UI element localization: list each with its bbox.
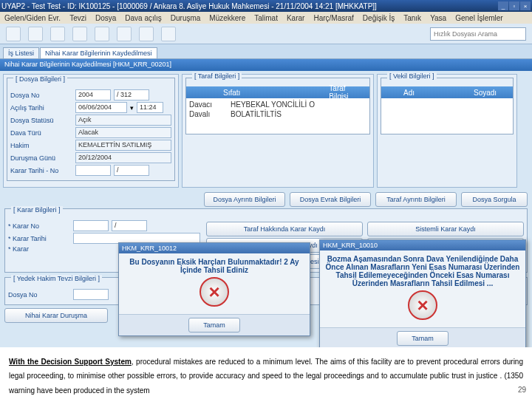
val-acilis[interactable]: 06/06/2004 <box>75 102 127 113</box>
val-turu: Alacak <box>75 127 171 138</box>
menu-item[interactable]: Genel İşlemler <box>455 14 502 22</box>
lbl-htdosya: Dosya No <box>8 291 70 299</box>
col-soyadi: Soyadı <box>474 89 497 97</box>
lbl-durusma: Duruşma Günü <box>10 154 72 162</box>
lbl-turu: Dava Türü <box>10 129 72 137</box>
panel-taraf: [ Taraf Bilgileri ] Sıfatı Taraf Bilgisi… <box>182 74 374 188</box>
menu-item[interactable]: Talimat <box>254 14 278 22</box>
menu-item[interactable]: Harç/Masraf <box>313 14 353 22</box>
val-dosyano1[interactable]: 2004 <box>75 89 111 100</box>
close-icon[interactable]: × <box>520 1 531 10</box>
legend-vekil: [ Vekil Bilgileri ] <box>387 72 437 80</box>
menu-item[interactable]: Dava açılış <box>125 14 161 22</box>
caption-lead: With the Decision Support System <box>9 358 132 366</box>
val-kararno2[interactable]: / <box>112 220 147 231</box>
lbl-acilis: Açılış Tarihi <box>10 104 72 112</box>
legend-taraf: [ Taraf Bilgileri ] <box>192 72 242 80</box>
menu-item[interactable]: Tevzi <box>69 14 86 22</box>
val-karar-a[interactable] <box>75 165 111 176</box>
btn-nihaikd[interactable]: Nihai Karar Duruşma <box>4 308 108 323</box>
taraf-row[interactable]: DavacıHEYBEKAL YONCİLİLİ O <box>188 100 368 109</box>
page-number: 29 <box>518 385 526 395</box>
toolbar-button[interactable] <box>117 27 132 41</box>
tab-islistesi[interactable]: İş Listesi <box>3 47 39 58</box>
val-status: Açık <box>75 115 171 126</box>
window-buttons: _ ▫ × <box>498 1 531 10</box>
modal-warning-1: HKM_KRR_10012 Bu Dosyanın Eksik Harçları… <box>118 242 310 336</box>
btn-evrak[interactable]: Dosya Evrak Bilgileri <box>290 192 371 207</box>
val-kararno1[interactable] <box>73 220 109 231</box>
menu-item[interactable]: Duruşma <box>171 14 201 22</box>
form-header: Nihai Karar Bilgilerinin Kaydedilmesi [H… <box>0 59 532 71</box>
toolbar-button[interactable] <box>28 27 43 41</box>
tab-bar: İş Listesi Nihai Karar Bilgilerinin Kayd… <box>0 44 532 59</box>
menu-item[interactable]: Müzekkere <box>209 14 245 22</box>
toolbar-button[interactable] <box>6 27 21 41</box>
val-htdosya[interactable] <box>73 289 109 300</box>
modal2-ok-button[interactable]: Tamam <box>397 331 449 346</box>
lbl-karartarih: * Karar Tarihi <box>8 235 70 242</box>
toolbar <box>0 24 532 44</box>
val-dosyano2[interactable]: / 312 <box>114 89 149 100</box>
toolbar-button[interactable] <box>95 27 109 41</box>
menu-item[interactable]: Değişik İş <box>363 14 395 22</box>
menu-item[interactable]: Gelen/Giden Evr. <box>4 14 61 22</box>
menu-item[interactable]: Yasa <box>430 14 446 22</box>
panel-vekil: [ Vekil Bilgileri ] Adı Soyadı <box>377 74 517 188</box>
toolbar-button[interactable] <box>139 27 154 41</box>
window-title: UYAP2 - Test Test - ID: IK100125 - [1000… <box>1 2 377 10</box>
group-vekil: [ Vekil Bilgileri ] Adı Soyadı <box>381 78 514 134</box>
btn-ayrinti[interactable]: Dosya Ayrıntı Bilgileri <box>204 192 285 207</box>
panel-dosya: [ Dosya Bilgileri ] Dosya No2004/ 312 Aç… <box>3 74 179 188</box>
btn-tarafayrinti[interactable]: Taraf Ayrıntı Bilgileri <box>375 192 457 207</box>
group-taraf: [ Taraf Bilgileri ] Sıfatı Taraf Bilgisi… <box>185 78 370 134</box>
lbl-hakim: Hakim <box>10 142 72 149</box>
modal1-ok-button[interactable]: Tamam <box>188 318 240 332</box>
group-dosya: [ Dosya Bilgileri ] Dosya No2004/ 312 Aç… <box>7 78 175 181</box>
middle-buttons: Dosya Ayrıntı Bilgileri Dosya Evrak Bilg… <box>0 192 532 207</box>
modal1-title: HKM_KRR_10012 <box>119 243 310 253</box>
maximize-icon[interactable]: ▫ <box>509 1 519 10</box>
legend-karar: [ Karar Bilgileri ] <box>11 206 63 214</box>
slide-caption: With the Decision Support System, proced… <box>0 347 532 400</box>
val-acilis-saat[interactable]: 11:24 <box>137 102 163 113</box>
error-icon: × <box>408 290 437 320</box>
col-adi: Adı <box>403 89 415 97</box>
menubar: Gelen/Giden Evr. Tevzi Dosya Dava açılış… <box>0 12 532 24</box>
taraf-body[interactable]: DavacıHEYBEKAL YONCİLİLİ O DavalıBOLATİL… <box>186 98 369 134</box>
vekil-body[interactable] <box>381 98 513 134</box>
lbl-dosyano: Dosya No <box>10 92 72 99</box>
val-durusma: 20/12/2004 <box>75 152 171 163</box>
btn-sorgula[interactable]: Dosya Sorgula <box>461 192 528 207</box>
search-input[interactable] <box>430 27 526 41</box>
menu-item[interactable]: Dosya <box>95 14 116 22</box>
col-sifat: Sıfatı <box>223 89 240 97</box>
col-bilgi: Taraf Bilgisi <box>329 84 348 100</box>
lbl-status: Dosya Statüsü <box>10 117 72 124</box>
val-hakim: KEMALETTİN SATILMIŞ <box>75 140 171 151</box>
toolbar-button[interactable] <box>161 27 176 41</box>
toolbar-button[interactable] <box>50 27 65 41</box>
val-karar-b[interactable]: / <box>114 165 149 176</box>
tab-nihaikarar[interactable]: Nihai Karar Bilgilerinin Kaydedilmesi <box>40 47 157 58</box>
error-icon: × <box>200 277 229 307</box>
btn-sistemkarari[interactable]: Sistemli Karar Kaydı <box>367 222 524 236</box>
lbl-kararfield: * Karar <box>8 245 70 253</box>
toolbar-button[interactable] <box>72 27 87 41</box>
lbl-karar: Karar Tarihi - No <box>10 167 72 174</box>
workarea: [ Dosya Bilgileri ] Dosya No2004/ 312 Aç… <box>0 71 532 191</box>
menu-item[interactable]: Tanık <box>403 14 421 22</box>
menu-item[interactable]: Karar <box>287 14 304 22</box>
titlebar: UYAP2 - Test Test - ID: IK100125 - [1000… <box>0 0 532 12</box>
modal1-text: Bu Dosyanın Eksik Harçları Bulunmaktadır… <box>123 258 305 274</box>
modal2-text: Bozma Aşamasından Sonra Dava Yenilendiği… <box>324 255 521 287</box>
legend-dosya: [ Dosya Bilgileri ] <box>13 75 67 83</box>
legend-hakimtevzi: [ Yedek Hakim Tevzi Bilgileri ] <box>11 275 102 282</box>
minimize-icon[interactable]: _ <box>498 1 508 10</box>
lbl-kararno: * Karar No <box>8 222 70 230</box>
btn-tarafhakkinda[interactable]: Taraf Hakkında Karar Kaydı <box>206 222 363 236</box>
vekil-header: Adı Soyadı <box>381 86 513 98</box>
modal2-title: HKM_KRR_10010 <box>320 240 525 250</box>
taraf-row[interactable]: DavalıBOLATİLTİLTİS <box>188 109 368 119</box>
taraf-header: Sıfatı Taraf Bilgisi <box>186 86 369 98</box>
